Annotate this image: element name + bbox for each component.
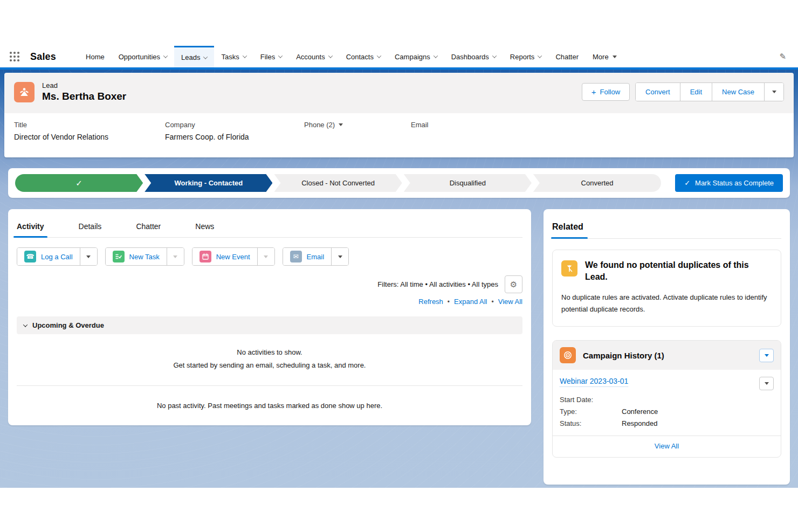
campaign-history-card: Campaign History (1) Webinar 2023-03-01 … [552, 340, 781, 458]
path-stage-converted[interactable]: Converted [533, 174, 661, 192]
nav-tab-home[interactable]: Home [79, 46, 112, 67]
email-group: ✉ Email [283, 247, 349, 266]
tab-news[interactable]: News [195, 218, 214, 237]
caret-down-icon [772, 91, 776, 93]
activity-filters-row: Filters: All time • All activities • All… [17, 275, 522, 293]
bullet-separator: • [492, 298, 494, 306]
nav-tab-chatter[interactable]: Chatter [548, 46, 586, 67]
check-icon: ✓ [75, 178, 82, 188]
record-name: Ms. Bertha Boxer [42, 91, 126, 102]
duplicate-merge-icon [561, 260, 577, 277]
path-track: ✓ Working - Contacted Closed - Not Conve… [15, 174, 661, 192]
field-phone-value [304, 133, 405, 141]
chevron-down-icon [538, 53, 542, 58]
new-event-group: New Event [192, 247, 275, 266]
view-all-link[interactable]: View All [498, 298, 522, 306]
mark-status-complete-button[interactable]: ✓ Mark Status as Complete [675, 174, 783, 192]
record-action-group: Convert Edit New Case [635, 82, 784, 101]
upcoming-overdue-section-header[interactable]: Upcoming & Overdue [17, 316, 522, 334]
filter-settings-button[interactable]: ⚙ [505, 275, 522, 293]
nav-tab-leads[interactable]: Leads [174, 46, 214, 67]
new-case-button[interactable]: New Case [712, 83, 764, 101]
no-past-activity-text: No past activity. Past meetings and task… [17, 402, 522, 410]
campaign-field-start-date: Start Date: [560, 396, 774, 404]
chevron-down-icon [242, 53, 246, 58]
edit-button[interactable]: Edit [680, 83, 712, 101]
page-background: Lead Ms. Bertha Boxer + Follow Convert E… [0, 67, 798, 488]
main-columns: Activity Details Chatter News ☎ Log a Ca… [8, 209, 790, 485]
refresh-link[interactable]: Refresh [418, 298, 443, 306]
path-stage-working-contacted[interactable]: Working - Contacted [145, 174, 272, 192]
envelope-icon: ✉ [290, 251, 302, 262]
log-a-call-button[interactable]: ☎ Log a Call [17, 248, 80, 265]
record-identity: Lead Ms. Bertha Boxer [42, 81, 126, 102]
chevron-down-icon [377, 53, 381, 58]
nav-tab-more[interactable]: More [586, 46, 624, 67]
nav-tab-reports[interactable]: Reports [503, 46, 549, 67]
follow-button[interactable]: + Follow [582, 83, 630, 101]
edit-nav-pencil-icon[interactable]: ✎ [779, 52, 786, 61]
tab-chatter[interactable]: Chatter [136, 218, 161, 237]
campaign-target-icon [560, 347, 576, 363]
path-stage-closed-not-converted[interactable]: Closed - Not Converted [274, 174, 402, 192]
caret-down-icon [613, 56, 617, 58]
highlight-fields-row: Title Director of Vendor Relations Compa… [4, 113, 794, 157]
field-company-value: Farmers Coop. of Florida [165, 133, 299, 141]
chevron-down-icon [492, 53, 497, 58]
path-stage-complete[interactable]: ✓ [15, 174, 143, 192]
phone-dropdown[interactable]: Phone (2) [304, 121, 405, 129]
nav-tab-campaigns[interactable]: Campaigns [388, 46, 444, 67]
chevron-down-icon [163, 53, 168, 58]
lead-header-card: Lead Ms. Bertha Boxer + Follow Convert E… [4, 73, 794, 157]
log-a-call-group: ☎ Log a Call [17, 247, 98, 266]
lead-header-top: Lead Ms. Bertha Boxer + Follow Convert E… [4, 73, 794, 113]
new-event-dropdown[interactable] [257, 248, 274, 265]
more-actions-dropdown[interactable] [764, 83, 783, 101]
duplicates-card: We found no potential duplicates of this… [552, 250, 781, 327]
email-dropdown[interactable] [331, 248, 348, 265]
nav-tab-contacts[interactable]: Contacts [339, 46, 388, 67]
campaign-field-type: Type: Conference [560, 407, 774, 416]
tab-details[interactable]: Details [79, 218, 102, 237]
caret-down-icon [765, 382, 769, 385]
caret-down-icon [339, 123, 343, 126]
convert-button[interactable]: Convert [636, 83, 680, 101]
campaign-history-title: Campaign History (1) [583, 351, 664, 360]
path-stage-disqualified[interactable]: Disqualified [404, 174, 532, 192]
phone-icon: ☎ [24, 251, 36, 262]
campaign-history-header: Campaign History (1) [553, 341, 781, 370]
entity-label: Lead [42, 81, 126, 89]
new-task-dropdown[interactable] [167, 248, 184, 265]
top-whitespace [0, 0, 798, 46]
tab-related[interactable]: Related [552, 218, 583, 238]
nav-tab-accounts[interactable]: Accounts [289, 46, 339, 67]
email-button[interactable]: ✉ Email [283, 248, 332, 265]
bullet-separator: • [448, 298, 450, 306]
app-name: Sales [30, 51, 56, 63]
campaign-record-link[interactable]: Webinar 2023-03-01 [560, 377, 628, 387]
app-launcher-icon[interactable] [10, 52, 19, 61]
tab-activity[interactable]: Activity [17, 218, 44, 237]
campaign-history-footer: View All [553, 436, 781, 457]
nav-tab-dashboards[interactable]: Dashboards [444, 46, 503, 67]
quick-action-buttons: ☎ Log a Call New Task [17, 247, 522, 266]
caret-down-icon [338, 255, 342, 258]
campaign-row-menu-button[interactable] [759, 377, 774, 390]
nav-tab-opportunities[interactable]: Opportunities [112, 46, 174, 67]
new-task-button[interactable]: New Task [106, 248, 167, 265]
nav-tabs: Home Opportunities Leads Tasks Files Acc… [79, 46, 775, 67]
activity-tabs: Activity Details Chatter News [17, 209, 522, 238]
bottom-whitespace [0, 488, 798, 532]
expand-all-link[interactable]: Expand All [454, 298, 487, 306]
campaign-view-all-link[interactable]: View All [655, 442, 679, 450]
new-event-button[interactable]: New Event [192, 248, 257, 265]
related-tab-row: Related [552, 209, 781, 239]
field-phone: Phone (2) [304, 121, 405, 141]
no-activities-text: No activities to show. [17, 348, 522, 356]
log-a-call-dropdown[interactable] [80, 248, 97, 265]
field-title: Title Director of Vendor Relations [14, 121, 160, 141]
activity-links-row: Refresh • Expand All • View All [17, 298, 522, 306]
campaign-history-menu-button[interactable] [759, 349, 774, 362]
nav-tab-files[interactable]: Files [253, 46, 289, 67]
nav-tab-tasks[interactable]: Tasks [214, 46, 253, 67]
